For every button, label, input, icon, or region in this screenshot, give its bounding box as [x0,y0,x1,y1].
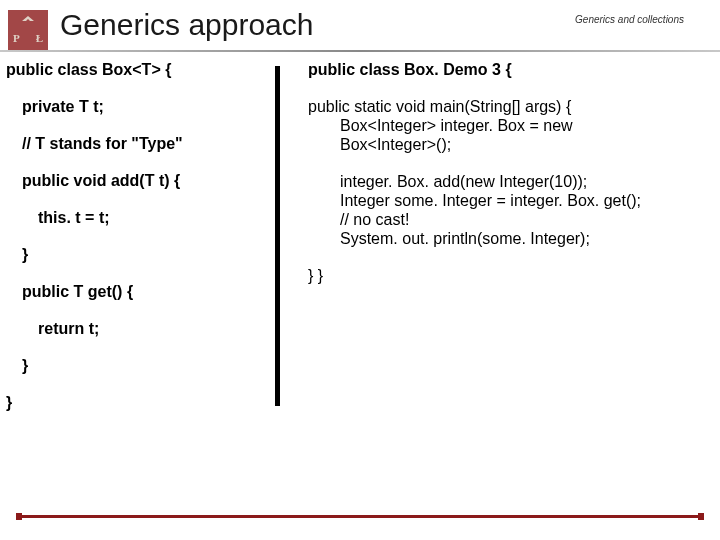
code-line: return t; [6,321,275,337]
eagle-icon [20,16,36,26]
footer-cap-left [16,513,22,520]
code-line: Box<Integer>(); [308,137,720,153]
code-line: Box<Integer> integer. Box = new [308,118,720,134]
code-line: } [6,247,275,263]
logo-letter-right: Ł [36,32,43,44]
header-divider [0,50,720,52]
code-line: } [6,358,275,374]
code-line: integer. Box. add(new Integer(10)); [308,174,720,190]
code-line: public T get() { [6,284,275,300]
code-line: public class Box. Demo 3 { [308,62,720,78]
code-line: } } [308,268,720,284]
code-line: this. t = t; [6,210,275,226]
footer-cap-right [698,513,704,520]
university-logo: P Ł [8,10,48,50]
slide-title: Generics approach [60,8,313,42]
code-right-column: public class Box. Demo 3 { public static… [280,62,720,500]
code-line: public void add(T t) { [6,173,275,189]
slide-header: P Ł Generics approach Generics and colle… [0,0,720,58]
code-line: System. out. println(some. Integer); [308,231,720,247]
slide-content: public class Box<T> { private T t; // T … [0,62,720,500]
logo-letter-left: P [13,32,20,44]
code-line: private T t; [6,99,275,115]
code-line: Integer some. Integer = integer. Box. ge… [308,193,720,209]
code-left-column: public class Box<T> { private T t; // T … [0,62,275,500]
code-line: public static void main(String[] args) { [308,99,720,115]
footer-divider [16,515,704,518]
code-line: } [6,395,275,411]
code-line: // no cast! [308,212,720,228]
code-line: // T stands for "Type" [6,136,275,152]
code-line: public class Box<T> { [6,62,275,78]
slide-topic: Generics and collections [575,14,684,25]
